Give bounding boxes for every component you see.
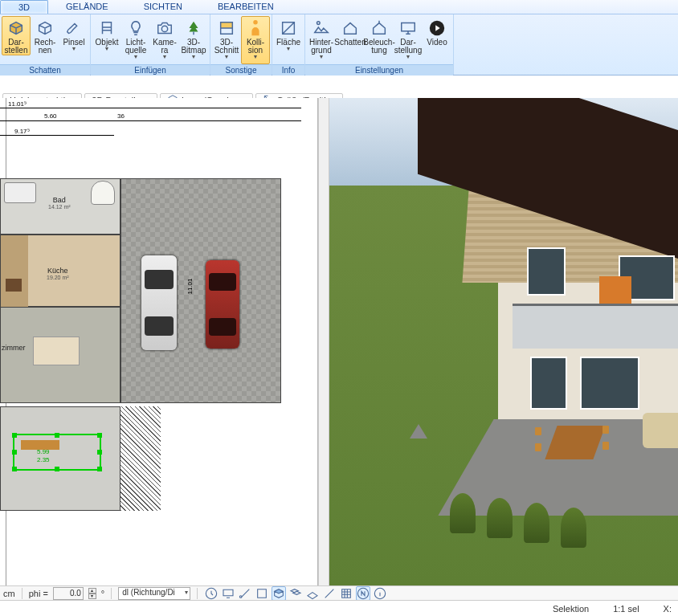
tab-sichten[interactable]: SICHTEN: [126, 0, 200, 14]
snap-plane-icon[interactable]: [305, 586, 320, 601]
tab-3d[interactable]: 3D: [0, 0, 48, 14]
kamera-button[interactable]: Kame- ra▼: [150, 16, 179, 64]
ribbon-button-label: Dar- stellung: [394, 39, 422, 55]
car-red[interactable]: [206, 260, 239, 349]
ribbon-group-label: Schatten: [0, 64, 90, 75]
shrub-icon: [450, 493, 476, 533]
flaeche-button[interactable]: Fläche▼: [274, 16, 303, 64]
room-kueche-label: Küche19.20 m²: [47, 267, 69, 280]
snap-edge-icon[interactable]: [322, 586, 337, 601]
chair-icon: [97, 18, 116, 38]
monitor-icon[interactable]: [221, 586, 235, 601]
monitor-icon: [398, 18, 418, 38]
house-shadow-icon: [341, 18, 360, 38]
info-icon[interactable]: [373, 586, 387, 601]
shrub-icon: [561, 508, 586, 548]
mode-select[interactable]: dl (Richtung/Di: [118, 587, 190, 600]
ribbon-group: Dar- stellenRech- nenPinsel▼Schatten: [0, 14, 91, 75]
ribbon: Dar- stellenRech- nenPinsel▼SchattenObje…: [0, 14, 678, 75]
tab-bearbeiten[interactable]: BEARBEITEN: [200, 0, 292, 14]
dropdown-icon: ▼: [71, 46, 77, 51]
kollision-button[interactable]: Kolli- sion▼: [241, 16, 270, 64]
snap-faces-icon[interactable]: [288, 586, 303, 601]
window-lower-2: [580, 357, 639, 410]
snap-endpoint-icon[interactable]: [238, 586, 252, 601]
status-selektion: Selektion: [553, 604, 589, 614]
window-upper-1: [527, 247, 566, 296]
plan-2d-view[interactable]: 11.01⁵ 5.60 36 9.17⁵ Bad14.12 m² Küche19…: [0, 98, 318, 585]
room-bad-label: Bad14.12 m²: [48, 196, 71, 210]
clock-icon[interactable]: [204, 586, 219, 601]
ribbon-button-label: Beleuch- tung: [363, 39, 394, 55]
dropdown-icon: ▼: [133, 54, 139, 59]
room-zimmer-label: zimmer: [2, 344, 26, 352]
darstellen-button[interactable]: Dar- stellen: [2, 16, 31, 55]
objekt-button[interactable]: Objekt▼: [92, 16, 121, 64]
phi-spinner[interactable]: ▴▾: [88, 588, 96, 599]
bulb-icon: [126, 18, 145, 38]
beleuchtung-button[interactable]: Beleuch- tung: [365, 16, 394, 55]
north-icon[interactable]: [356, 586, 370, 601]
darstellung-button[interactable]: Dar- stellung▼: [394, 16, 423, 64]
chair-icon: [535, 427, 541, 435]
section-icon: [217, 18, 236, 38]
ribbon-button-label: Dar- stellen: [5, 39, 28, 55]
ribbon-group-label: Sonstige: [210, 64, 272, 75]
sink-icon: [91, 181, 115, 205]
ribbon-button-label: Licht- quelle: [125, 39, 147, 55]
scrollbar-vertical[interactable]: [318, 98, 329, 585]
ribbon-button-label: Kolli- sion: [247, 39, 264, 55]
balcony: [513, 304, 678, 349]
table-icon: [33, 337, 80, 365]
snap-object-icon[interactable]: [255, 586, 269, 601]
snap-face-icon[interactable]: [272, 586, 286, 601]
area-icon: [279, 18, 298, 38]
grid-icon[interactable]: [339, 586, 353, 601]
hatch-area: [120, 406, 161, 511]
cube-shaded-icon: [6, 18, 26, 38]
balcony-chair-icon: [599, 276, 631, 304]
ribbon-group: Objekt▼Licht- quelle▼Kame- ra▼3D- Bitmap…: [91, 14, 210, 75]
view-3d[interactable]: [329, 98, 678, 585]
tree-icon: [184, 18, 203, 38]
dropdown-icon: ▼: [286, 46, 292, 51]
status-bar: Selektion 1:1 sel X:: [0, 600, 678, 616]
tab-gelaende[interactable]: GELÄNDE: [48, 0, 126, 14]
schnitt3d-button[interactable]: 3D- Schnitt▼: [212, 16, 241, 64]
schatten-settings-button[interactable]: Schatten: [336, 16, 365, 47]
ribbon-group-label: Einstellungen: [305, 64, 453, 75]
room-zimmer[interactable]: [0, 307, 120, 403]
dim-parking-v: 11.01: [186, 278, 194, 294]
dropdown-icon: ▼: [319, 54, 325, 59]
video-button[interactable]: Video: [423, 16, 451, 47]
sel-w: 5.99: [37, 448, 50, 455]
ribbon-button-label: Hinter- grund: [309, 39, 333, 55]
house-light-icon: [370, 18, 389, 38]
rechnen-button[interactable]: Rech- nen: [31, 16, 59, 55]
hintergrund-button[interactable]: Hinter- grund▼: [307, 16, 336, 64]
landscape-icon: [312, 18, 331, 38]
dropdown-icon: ▼: [253, 54, 259, 59]
ribbon-button-label: 3D- Bitmap: [181, 39, 206, 55]
ribbon-group: 3D- Schnitt▼Kolli- sion▼Sonstige: [210, 14, 272, 75]
phi-input[interactable]: 0.0: [53, 587, 84, 600]
chair-icon: [535, 443, 541, 451]
shrub-icon: [524, 503, 549, 543]
shrub-icon: [487, 498, 513, 538]
dim-36: 36: [117, 112, 125, 120]
car-silver[interactable]: [141, 255, 177, 350]
lichtquelle-button[interactable]: Licht- quelle▼: [121, 16, 150, 64]
ribbon-group: Hinter- grund▼SchattenBeleuch- tungDar- …: [305, 14, 454, 75]
selection-box[interactable]: [13, 434, 101, 471]
dim-total: 11.01⁵: [8, 100, 27, 108]
bitmap3d-button[interactable]: 3D- Bitmap▼: [179, 16, 208, 64]
phi-label: phi =: [29, 589, 48, 598]
pinsel-button[interactable]: Pinsel▼: [59, 16, 88, 64]
chair-icon: [602, 442, 609, 450]
window-lower-1: [530, 357, 567, 410]
dim-9-17: 9.17⁵: [14, 128, 30, 135]
dropdown-icon: ▼: [104, 46, 110, 51]
ribbon-button-label: Kame- ra: [153, 39, 176, 55]
ribbon-button-label: Video: [427, 39, 447, 47]
status-scale: 1:1 sel: [613, 604, 639, 614]
